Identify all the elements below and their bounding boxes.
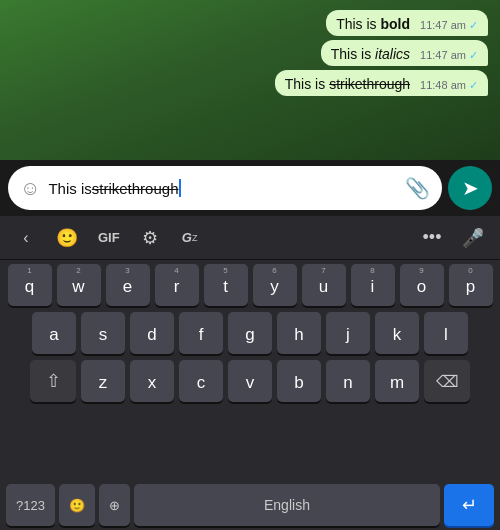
key-letter-p: p [466,277,475,297]
key-letter-w: w [72,277,84,297]
key-y[interactable]: 6 y [253,264,297,306]
shift-key[interactable]: ⇧ [30,360,76,402]
msg1-styled: bold [381,16,411,32]
key-letter-b: b [294,373,303,393]
key-letter-t: t [223,277,228,297]
key-f[interactable]: f [179,312,223,354]
message-meta-3: 11:48 am ✓ [420,79,478,92]
key-letter-u: u [319,277,328,297]
msg3-check-icon: ✓ [469,79,478,91]
space-key[interactable]: English [134,484,440,526]
key-h[interactable]: h [277,312,321,354]
key-q[interactable]: 1 q [8,264,52,306]
globe-key[interactable]: ⊕ [99,484,130,526]
message-meta-2: 11:47 am ✓ [420,49,478,62]
key-d[interactable]: d [130,312,174,354]
key-letter-a: a [49,325,58,345]
key-b[interactable]: b [277,360,321,402]
key-letter-f: f [199,325,204,345]
key-z[interactable]: z [81,360,125,402]
msg2-styled: italics [375,46,410,62]
key-num-0: 0 [468,266,472,275]
key-w[interactable]: 2 w [57,264,101,306]
message-bubble-2: This is italics 11:47 am ✓ [321,40,488,66]
translate-toolbar-button[interactable]: GZ [172,221,208,255]
num-switch-label: ?123 [16,498,45,513]
key-c[interactable]: c [179,360,223,402]
key-u[interactable]: 7 u [302,264,346,306]
gif-toolbar-button[interactable]: GIF [90,221,128,255]
key-j[interactable]: j [326,312,370,354]
input-box[interactable]: ☺ This is strikethrough 📎 [8,166,442,210]
input-text[interactable]: This is strikethrough [48,179,397,197]
key-letter-q: q [25,277,34,297]
key-r[interactable]: 4 r [155,264,199,306]
key-g[interactable]: g [228,312,272,354]
keyboard: 1 q 2 w 3 e 4 r 5 t 6 y 7 u 8 i [0,260,500,480]
settings-toolbar-button[interactable]: ⚙ [132,221,168,255]
send-button[interactable]: ➤ [448,166,492,210]
key-i[interactable]: 8 i [351,264,395,306]
key-letter-l: l [444,325,448,345]
attach-button[interactable]: 📎 [405,176,430,200]
key-p[interactable]: 0 p [449,264,493,306]
input-area: ☺ This is strikethrough 📎 ➤ [0,160,500,216]
msg3-styled: strikethrough [329,76,410,92]
msg2-check-icon: ✓ [469,49,478,61]
num-switch-key[interactable]: ?123 [6,484,55,526]
key-letter-z: z [99,373,108,393]
key-letter-e: e [123,277,132,297]
back-toolbar-button[interactable]: ‹ [8,221,44,255]
key-num-3: 3 [125,266,129,275]
sticker-icon: 🙂 [56,227,78,249]
key-a[interactable]: a [32,312,76,354]
message-text-2: This is italics [331,46,410,62]
mic-toolbar-button[interactable]: 🎤 [454,221,492,255]
msg1-time: 11:47 am [420,19,466,31]
key-letter-h: h [294,325,303,345]
input-prefix: This is [48,180,91,197]
msg3-time: 11:48 am [420,79,466,91]
sticker-toolbar-button[interactable]: 🙂 [48,221,86,255]
key-x[interactable]: x [130,360,174,402]
keyboard-row-1: 1 q 2 w 3 e 4 r 5 t 6 y 7 u 8 i [2,264,498,306]
globe-icon: ⊕ [109,498,120,513]
key-s[interactable]: s [81,312,125,354]
message-bubble-1: This is bold 11:47 am ✓ [326,10,488,36]
key-num-4: 4 [174,266,178,275]
key-l[interactable]: l [424,312,468,354]
key-k[interactable]: k [375,312,419,354]
key-m[interactable]: m [375,360,419,402]
msg1-prefix: This is [336,16,380,32]
emoji-button[interactable]: ☺ [20,177,40,200]
more-toolbar-button[interactable]: ••• [414,221,450,255]
key-num-7: 7 [321,266,325,275]
key-t[interactable]: 5 t [204,264,248,306]
key-num-9: 9 [419,266,423,275]
key-num-8: 8 [370,266,374,275]
key-letter-x: x [148,373,157,393]
msg2-prefix: This is [331,46,375,62]
key-e[interactable]: 3 e [106,264,150,306]
message-text-1: This is bold [336,16,410,32]
enter-icon: ↵ [462,494,477,516]
key-letter-y: y [270,277,279,297]
key-n[interactable]: n [326,360,370,402]
keyboard-toolbar: ‹ 🙂 GIF ⚙ GZ ••• 🎤 [0,216,500,260]
backspace-key[interactable]: ⌫ [424,360,470,402]
settings-icon: ⚙ [142,227,158,249]
key-letter-j: j [346,325,350,345]
emoji-bottom-key[interactable]: 🙂 [59,484,95,526]
key-o[interactable]: 9 o [400,264,444,306]
key-letter-g: g [245,325,254,345]
key-v[interactable]: v [228,360,272,402]
text-cursor [179,179,181,197]
key-letter-v: v [246,373,255,393]
key-letter-k: k [393,325,402,345]
key-letter-o: o [417,277,426,297]
key-num-5: 5 [223,266,227,275]
enter-key[interactable]: ↵ [444,484,494,526]
msg3-prefix: This is [285,76,329,92]
space-label: English [264,497,310,513]
send-icon: ➤ [462,176,479,200]
